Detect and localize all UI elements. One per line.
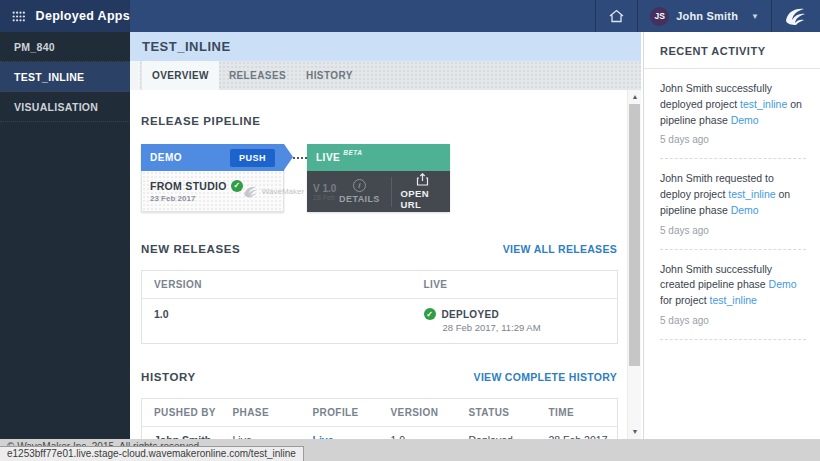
topbar: Deployed Apps JS John Smith ▼ bbox=[0, 0, 820, 32]
release-pipeline-head: RELEASE PIPELINE bbox=[141, 115, 617, 127]
home-icon bbox=[608, 8, 625, 24]
tab-overview[interactable]: OVERVIEW bbox=[142, 61, 219, 90]
beta-tag: BETA bbox=[343, 149, 362, 156]
activity-separator bbox=[660, 339, 806, 340]
live-card-body: V 1.0 28 Feb 2017 i DETAILS bbox=[307, 171, 450, 212]
activity-item-2: John Smith requested to deploy project t… bbox=[644, 159, 820, 235]
page-title: TEST_INLINE bbox=[142, 39, 231, 54]
cell-phase: Live bbox=[221, 427, 301, 440]
open-url-button[interactable]: OPEN URL bbox=[401, 173, 444, 210]
activity-time: 5 days ago bbox=[660, 315, 806, 326]
activity-project-link[interactable]: test_inline bbox=[710, 294, 757, 306]
release-row: 1.0 ✓ DEPLOYED 28 Feb 2017, 11:29 AM bbox=[142, 299, 618, 344]
user-avatar: JS bbox=[650, 7, 669, 26]
release-pipeline-title: RELEASE PIPELINE bbox=[141, 115, 261, 127]
history-header-row: PUSHED BY PHASE PROFILE VERSION STATUS T… bbox=[142, 399, 618, 427]
demo-card-body: FROM STUDIO ✓ 23 Feb 2017 WaveMaker bbox=[141, 171, 284, 212]
activity-text: John Smith requested to deploy project t… bbox=[660, 171, 806, 218]
col-live: LIVE bbox=[412, 271, 618, 299]
live-card-header: LIVE BETA bbox=[307, 144, 450, 171]
activity-item-1: John Smith successfully deployed project… bbox=[644, 69, 820, 145]
demo-source-label: FROM STUDIO bbox=[150, 180, 227, 192]
push-button[interactable]: PUSH bbox=[230, 149, 275, 167]
details-label: DETAILS bbox=[339, 194, 380, 204]
new-releases-title: NEW RELEASES bbox=[141, 243, 240, 255]
scroll-up-arrow[interactable]: ▲ bbox=[628, 91, 642, 103]
status-url-tooltip: e1253bff77e01.live.stage-cloud.wavemaker… bbox=[0, 446, 304, 461]
col-phase: PHASE bbox=[221, 399, 301, 427]
recent-activity-title: RECENT ACTIVITY bbox=[644, 32, 820, 68]
activity-segment: for project bbox=[660, 294, 710, 306]
info-icon: i bbox=[353, 179, 366, 192]
sidebar: PM_840 TEST_INLINE VISUALISATION bbox=[0, 32, 130, 439]
scroll-down-arrow[interactable]: ▼ bbox=[628, 426, 642, 438]
activity-time: 5 days ago bbox=[660, 225, 806, 236]
scrollbar-thumb[interactable] bbox=[629, 104, 640, 366]
cell-version: 1.0 bbox=[379, 427, 457, 440]
tab-bar-notch bbox=[130, 61, 140, 90]
activity-segment: John Smith successfully created pipeline… bbox=[660, 263, 772, 291]
cell-time: 28 Feb 2017, bbox=[537, 427, 618, 440]
cell-live-status: ✓ DEPLOYED 28 Feb 2017, 11:29 AM bbox=[412, 299, 618, 344]
sidebar-item-test-inline[interactable]: TEST_INLINE bbox=[0, 62, 130, 92]
wavemaker-watermark: WaveMaker bbox=[243, 184, 304, 199]
tab-releases[interactable]: RELEASES bbox=[219, 61, 296, 90]
new-releases-head: NEW RELEASES VIEW ALL RELEASES bbox=[141, 243, 617, 255]
live-date: 28 Feb 2017 bbox=[313, 194, 337, 201]
activity-project-link[interactable]: test_inline bbox=[740, 98, 787, 110]
deployed-time: 28 Feb 2017, 11:29 AM bbox=[443, 322, 618, 333]
view-all-releases-link[interactable]: VIEW ALL RELEASES bbox=[503, 243, 617, 255]
col-status: STATUS bbox=[457, 399, 537, 427]
activity-text: John Smith successfully deployed project… bbox=[660, 81, 806, 128]
activity-phase-link[interactable]: Demo bbox=[731, 114, 759, 126]
deployed-status: DEPLOYED bbox=[442, 309, 499, 320]
main-scrollbar[interactable]: ▲ ▼ bbox=[627, 90, 641, 439]
cell-version: 1.0 bbox=[142, 299, 412, 344]
details-button[interactable]: i DETAILS bbox=[339, 179, 380, 204]
success-check-icon: ✓ bbox=[231, 180, 243, 192]
pipeline-card-demo: DEMO PUSH FROM STUDIO ✓ 23 Feb 2017 bbox=[141, 144, 284, 212]
home-button[interactable] bbox=[595, 0, 637, 32]
pipeline-card-live: LIVE BETA V 1.0 28 Feb 2017 i DETAILS bbox=[307, 144, 450, 212]
pipeline-arrow bbox=[284, 144, 293, 170]
wave-icon bbox=[784, 5, 808, 27]
wavemaker-logo[interactable] bbox=[771, 0, 820, 32]
sidebar-item-visualisation[interactable]: VISUALISATION bbox=[0, 92, 130, 122]
activity-phase-link[interactable]: Demo bbox=[731, 204, 759, 216]
live-version: V 1.0 bbox=[313, 183, 337, 194]
deployed-check-icon: ✓ bbox=[424, 308, 436, 320]
col-time: TIME bbox=[537, 399, 618, 427]
apps-grid-icon[interactable] bbox=[12, 10, 26, 23]
user-menu[interactable]: JS John Smith ▼ bbox=[637, 0, 771, 32]
activity-time: 5 days ago bbox=[660, 134, 806, 145]
open-url-label: OPEN URL bbox=[401, 188, 444, 210]
tab-history[interactable]: HISTORY bbox=[296, 61, 363, 90]
app-title: Deployed Apps bbox=[36, 9, 130, 23]
recent-activity-panel: RECENT ACTIVITY John Smith successfully … bbox=[643, 32, 820, 439]
cell-profile: Live bbox=[301, 427, 379, 440]
view-complete-history-link[interactable]: VIEW COMPLETE HISTORY bbox=[474, 371, 617, 383]
sidebar-item-pm-840[interactable]: PM_840 bbox=[0, 32, 130, 62]
topbar-actions: JS John Smith ▼ bbox=[130, 0, 820, 32]
tab-bar: OVERVIEW RELEASES HISTORY bbox=[130, 61, 641, 90]
history-table: PUSHED BY PHASE PROFILE VERSION STATUS T… bbox=[141, 398, 618, 439]
activity-phase-link[interactable]: Demo bbox=[769, 278, 797, 290]
demo-deploy-date: 23 Feb 2017 bbox=[150, 194, 243, 203]
activity-text: John Smith successfully created pipeline… bbox=[660, 262, 806, 309]
col-version: VERSION bbox=[142, 271, 412, 299]
demo-card-header: DEMO PUSH bbox=[141, 144, 284, 171]
activity-project-link[interactable]: test_inline bbox=[728, 188, 775, 200]
live-phase-name: LIVE bbox=[316, 152, 340, 163]
demo-phase-name: DEMO bbox=[150, 152, 182, 163]
history-title: HISTORY bbox=[141, 371, 196, 383]
user-name: John Smith bbox=[676, 10, 738, 22]
demo-source-block: FROM STUDIO ✓ 23 Feb 2017 bbox=[150, 180, 243, 203]
col-version: VERSION bbox=[379, 399, 457, 427]
deployed-apps-page: Deployed Apps JS John Smith ▼ PM_840 TES… bbox=[0, 0, 820, 461]
open-url-icon bbox=[416, 173, 429, 186]
history-head: HISTORY VIEW COMPLETE HISTORY bbox=[141, 371, 617, 383]
chevron-down-icon: ▼ bbox=[751, 12, 759, 21]
live-actions-divider bbox=[391, 177, 392, 207]
main-panel: TEST_INLINE OVERVIEW RELEASES HISTORY RE… bbox=[130, 32, 641, 439]
wave-icon-gray bbox=[243, 184, 259, 199]
